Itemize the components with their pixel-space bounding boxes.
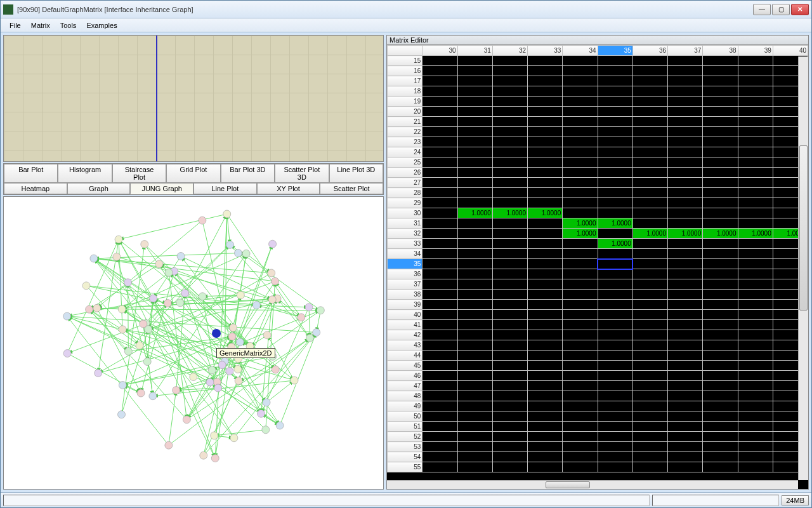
cell-48-37[interactable] xyxy=(668,391,703,401)
cell-55-39[interactable] xyxy=(738,462,773,472)
cell-51-39[interactable] xyxy=(738,422,773,432)
cell-39-30[interactable] xyxy=(422,300,457,310)
tab-bar-plot-3d[interactable]: Bar Plot 3D xyxy=(221,164,275,183)
cell-15-39[interactable] xyxy=(738,56,773,66)
cell-27-34[interactable] xyxy=(563,178,598,188)
cell-34-38[interactable] xyxy=(703,249,738,259)
cell-48-35[interactable] xyxy=(598,391,632,401)
cell-28-35[interactable] xyxy=(598,188,632,198)
cell-47-32[interactable] xyxy=(492,381,527,391)
cell-49-38[interactable] xyxy=(703,401,738,411)
cell-15-33[interactable] xyxy=(528,56,563,66)
cell-44-39[interactable] xyxy=(738,351,773,361)
scrollbar-thumb-h[interactable] xyxy=(546,481,590,488)
cell-34-34[interactable] xyxy=(563,249,598,259)
cell-26-36[interactable] xyxy=(632,168,667,178)
cell-21-32[interactable] xyxy=(492,117,527,127)
cell-41-30[interactable] xyxy=(422,320,457,330)
col-header-39[interactable]: 39 xyxy=(738,46,773,56)
cell-40-34[interactable] xyxy=(563,310,598,320)
cell-45-38[interactable] xyxy=(703,361,738,371)
cell-16-38[interactable] xyxy=(703,66,738,76)
cell-53-32[interactable] xyxy=(492,442,527,452)
cell-33-38[interactable] xyxy=(703,239,738,249)
cell-44-34[interactable] xyxy=(563,351,598,361)
cell-16-30[interactable] xyxy=(422,66,457,76)
cell-32-34[interactable]: 1.0000 xyxy=(563,229,598,239)
cell-22-34[interactable] xyxy=(563,127,598,137)
cell-48-32[interactable] xyxy=(492,391,527,401)
cell-31-32[interactable] xyxy=(492,218,527,229)
cell-40-38[interactable] xyxy=(703,310,738,320)
cell-25-32[interactable] xyxy=(492,157,527,168)
cell-23-37[interactable] xyxy=(668,137,703,147)
cell-25-36[interactable] xyxy=(632,157,667,168)
cell-44-32[interactable] xyxy=(492,351,527,361)
cell-47-31[interactable] xyxy=(457,381,492,391)
menu-tools[interactable]: Tools xyxy=(55,20,82,30)
cell-18-37[interactable] xyxy=(668,86,703,97)
cell-31-30[interactable] xyxy=(422,218,457,229)
cell-17-31[interactable] xyxy=(457,76,492,86)
cell-18-38[interactable] xyxy=(703,86,738,97)
cell-37-39[interactable] xyxy=(738,279,773,290)
cell-20-35[interactable] xyxy=(598,107,632,117)
cell-19-34[interactable] xyxy=(563,97,598,107)
cell-35-34[interactable] xyxy=(563,259,598,269)
cell-23-38[interactable] xyxy=(703,137,738,147)
col-header-38[interactable]: 38 xyxy=(703,46,738,56)
cell-43-37[interactable] xyxy=(668,340,703,351)
cell-36-33[interactable] xyxy=(528,269,563,279)
cell-40-30[interactable] xyxy=(422,310,457,320)
cell-43-34[interactable] xyxy=(563,340,598,351)
cell-48-34[interactable] xyxy=(563,391,598,401)
cell-17-30[interactable] xyxy=(422,76,457,86)
row-header-31[interactable]: 31 xyxy=(388,218,422,229)
cell-27-39[interactable] xyxy=(738,178,773,188)
cell-30-37[interactable] xyxy=(668,208,703,218)
cell-22-33[interactable] xyxy=(528,127,563,137)
cell-53-30[interactable] xyxy=(422,442,457,452)
cell-16-32[interactable] xyxy=(492,66,527,76)
cell-39-37[interactable] xyxy=(668,300,703,310)
cell-49-39[interactable] xyxy=(738,401,773,411)
cell-26-38[interactable] xyxy=(703,168,738,178)
cell-55-30[interactable] xyxy=(422,462,457,472)
matrix-grid[interactable]: 3031323334353637383940151617181920212223… xyxy=(387,45,808,489)
cell-28-38[interactable] xyxy=(703,188,738,198)
tab-graph[interactable]: Graph xyxy=(67,183,131,194)
cell-32-39[interactable]: 1.0000 xyxy=(738,229,773,239)
cell-52-30[interactable] xyxy=(422,432,457,442)
row-header-33[interactable]: 33 xyxy=(388,239,422,249)
cell-48-31[interactable] xyxy=(457,391,492,401)
cell-49-35[interactable] xyxy=(598,401,632,411)
cell-52-37[interactable] xyxy=(668,432,703,442)
cell-31-35[interactable]: 1.0000 xyxy=(598,218,632,229)
cell-26-35[interactable] xyxy=(598,168,632,178)
cell-27-35[interactable] xyxy=(598,178,632,188)
cell-48-38[interactable] xyxy=(703,391,738,401)
cell-20-34[interactable] xyxy=(563,107,598,117)
col-header-34[interactable]: 34 xyxy=(563,46,598,56)
cell-51-36[interactable] xyxy=(632,422,667,432)
cell-47-38[interactable] xyxy=(703,381,738,391)
cell-22-31[interactable] xyxy=(457,127,492,137)
tab-line-plot[interactable]: Line Plot xyxy=(193,183,257,194)
cell-48-30[interactable] xyxy=(422,391,457,401)
cell-39-33[interactable] xyxy=(528,300,563,310)
cell-15-38[interactable] xyxy=(703,56,738,66)
cell-32-37[interactable]: 1.0000 xyxy=(668,229,703,239)
cell-33-33[interactable] xyxy=(528,239,563,249)
cell-32-36[interactable]: 1.0000 xyxy=(632,229,667,239)
cell-33-30[interactable] xyxy=(422,239,457,249)
cell-53-37[interactable] xyxy=(668,442,703,452)
cell-31-34[interactable]: 1.0000 xyxy=(563,218,598,229)
cell-50-38[interactable] xyxy=(703,411,738,422)
cell-45-33[interactable] xyxy=(528,361,563,371)
cell-42-38[interactable] xyxy=(703,330,738,340)
cell-50-33[interactable] xyxy=(528,411,563,422)
cell-37-31[interactable] xyxy=(457,279,492,290)
cell-24-34[interactable] xyxy=(563,147,598,157)
cell-15-35[interactable] xyxy=(598,56,632,66)
cell-29-39[interactable] xyxy=(738,198,773,208)
